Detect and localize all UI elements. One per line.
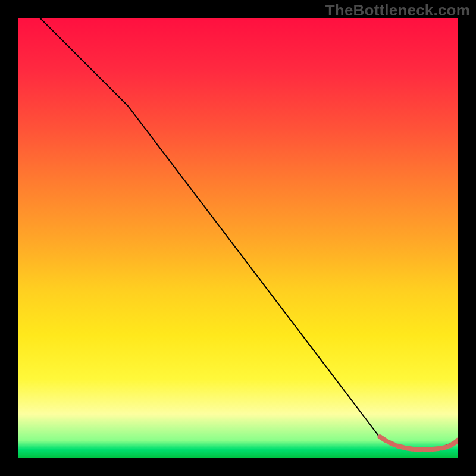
optimal-zone-dash [406,448,412,449]
plot-area [18,18,458,458]
optimal-zone-dash [450,441,456,446]
optimal-zone-dash [397,446,403,448]
watermark-text: TheBottleneck.com [325,1,470,20]
optimal-zone-dash [380,437,386,441]
chart-frame: TheBottleneck.com [0,0,476,476]
optimal-zone-dash [433,449,439,449]
optimal-zone-dash [441,447,447,449]
bottleneck-curve [40,18,458,449]
optimal-zone-dash [389,442,394,445]
chart-svg [18,18,458,458]
